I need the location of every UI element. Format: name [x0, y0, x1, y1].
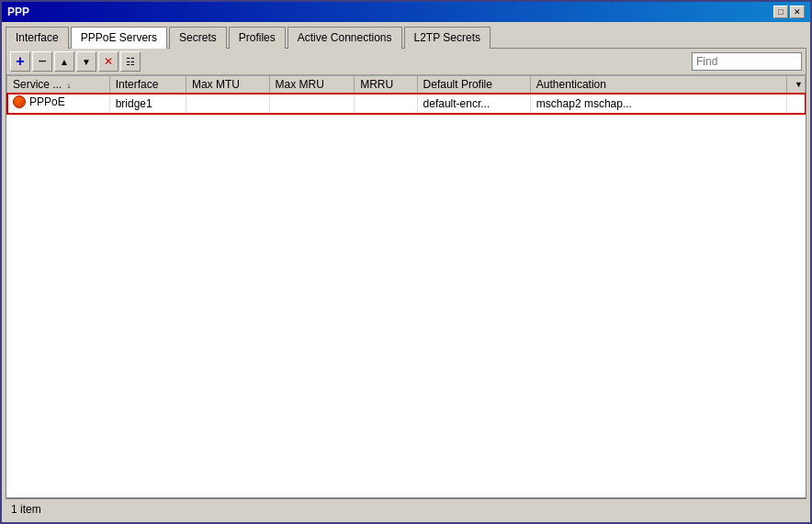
remove-button[interactable]: −	[32, 51, 52, 72]
window-body: Interface PPPoE Servers Secrets Profiles…	[2, 22, 810, 522]
data-table: Service ... ↓ Interface Max MTU Max MRU	[6, 75, 806, 114]
col-default-profile[interactable]: Default Profile	[417, 76, 530, 94]
find-input[interactable]	[692, 52, 802, 71]
title-bar-buttons: □ ✕	[773, 6, 805, 18]
cell-authentication: mschap2 mschap...	[530, 94, 786, 114]
col-service[interactable]: Service ... ↓	[7, 76, 110, 94]
table-row[interactable]: PPPoE bridge1 default-encr... mschap2 ms…	[7, 94, 806, 114]
tab-secrets[interactable]: Secrets	[169, 27, 227, 49]
cell-max-mtu	[186, 94, 269, 114]
cell-interface: bridge1	[109, 94, 186, 114]
cell-mrru	[355, 94, 417, 114]
col-interface[interactable]: Interface	[109, 76, 186, 94]
restore-button[interactable]: □	[773, 6, 788, 18]
filter-button[interactable]: ☷	[120, 51, 141, 72]
col-max-mru[interactable]: Max MRU	[269, 76, 355, 94]
close-button[interactable]: ✕	[790, 6, 805, 18]
find-box	[692, 52, 802, 71]
tab-profiles[interactable]: Profiles	[229, 27, 286, 49]
tab-bar: Interface PPPoE Servers Secrets Profiles…	[6, 26, 806, 48]
toolbar: + − ▲ ▼ ✕ ☷	[6, 49, 806, 75]
cell-default-profile: default-encr...	[417, 94, 530, 114]
status-text: 1 item	[11, 503, 41, 516]
content-area: + − ▲ ▼ ✕ ☷	[6, 48, 806, 498]
window-title: PPP	[7, 6, 29, 18]
column-dropdown-icon[interactable]: ▼	[795, 80, 803, 89]
cell-service: PPPoE	[7, 94, 110, 114]
tab-interface[interactable]: Interface	[6, 27, 69, 49]
cancel-button[interactable]: ✕	[98, 51, 118, 72]
sort-arrow-service: ↓	[67, 81, 72, 90]
tab-active-connections[interactable]: Active Connections	[288, 27, 402, 49]
col-expand[interactable]: ▼	[787, 76, 806, 94]
pppoe-icon	[13, 95, 26, 108]
table-body: PPPoE bridge1 default-encr... mschap2 ms…	[7, 94, 806, 114]
cell-max-mru	[269, 94, 355, 114]
table-header: Service ... ↓ Interface Max MTU Max MRU	[7, 76, 806, 94]
up-button[interactable]: ▲	[54, 51, 74, 72]
col-authentication[interactable]: Authentication	[530, 76, 786, 94]
col-mrru[interactable]: MRRU	[355, 76, 417, 94]
col-max-mtu[interactable]: Max MTU	[186, 76, 269, 94]
tab-l2tp-secrets[interactable]: L2TP Secrets	[404, 27, 491, 49]
cell-expand	[787, 94, 806, 114]
down-button[interactable]: ▼	[76, 51, 96, 72]
table-area: Service ... ↓ Interface Max MTU Max MRU	[6, 75, 806, 497]
tab-pppoe-servers[interactable]: PPPoE Servers	[71, 27, 167, 49]
add-button[interactable]: +	[10, 51, 30, 72]
status-bar: 1 item	[6, 498, 806, 518]
title-bar: PPP □ ✕	[2, 2, 810, 22]
main-window: PPP □ ✕ Interface PPPoE Servers Secrets …	[0, 0, 812, 524]
